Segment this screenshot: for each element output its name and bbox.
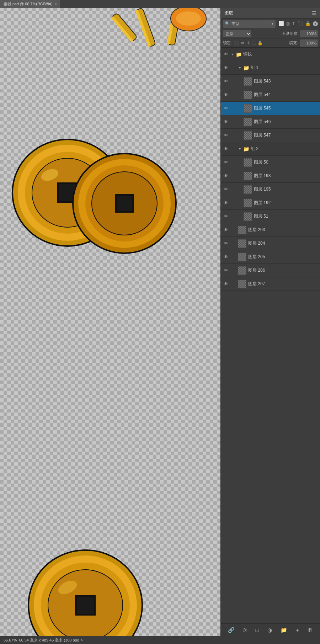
zoom-level: 66.67% bbox=[4, 638, 17, 642]
visibility-icon-root[interactable]: 👁 bbox=[223, 52, 229, 57]
filter-smart-icon[interactable]: 🔒 bbox=[305, 21, 311, 26]
layer-name-root: 铜钱 bbox=[243, 51, 318, 57]
layer-name-50: 图层 50 bbox=[254, 159, 318, 165]
new-group-button[interactable]: 📁 bbox=[279, 626, 289, 635]
layer-thumb-192 bbox=[244, 199, 252, 207]
panel-header: 图层 ☰ bbox=[221, 8, 320, 18]
layer-207[interactable]: 👁 图层 207 bbox=[221, 277, 320, 291]
visibility-icon-207[interactable]: 👁 bbox=[223, 281, 229, 287]
filter-toggle[interactable]: ● bbox=[313, 21, 318, 26]
visibility-icon-543[interactable]: 👁 bbox=[223, 79, 229, 84]
layer-545[interactable]: 👁 图层 545 bbox=[221, 102, 320, 115]
layer-thumb-193 bbox=[244, 172, 252, 180]
blend-mode-select[interactable]: 正常 溶解 正片叠底 bbox=[223, 30, 251, 37]
visibility-icon-544[interactable]: 👁 bbox=[223, 92, 229, 97]
add-mask-button[interactable]: □ bbox=[254, 626, 260, 634]
layer-546[interactable]: 👁 图层 546 bbox=[221, 115, 320, 129]
layer-206[interactable]: 👁 图层 206 bbox=[221, 264, 320, 277]
layer-name-547: 图层 547 bbox=[254, 132, 318, 138]
layer-204[interactable]: 👁 图层 204 bbox=[221, 237, 320, 250]
layer-thumb-547 bbox=[244, 131, 252, 140]
layer-name-203: 图层 203 bbox=[248, 227, 318, 233]
tab-bar: 铜钱.psd @ 66.7%(RGB/8#) × bbox=[0, 0, 320, 8]
search-icon: 🔍 bbox=[225, 21, 230, 26]
lock-bar: 锁定: ⬛ ✏ ✛ ⬚ 🔒 填充: bbox=[221, 38, 320, 48]
expand-arrow-group1[interactable]: ▾ bbox=[238, 66, 241, 70]
visibility-icon-group2[interactable]: 👁 bbox=[223, 146, 229, 151]
filter-type-label: 类型 bbox=[231, 21, 270, 26]
active-tab[interactable]: 铜钱.psd @ 66.7%(RGB/8#) × bbox=[0, 0, 61, 8]
fx-button[interactable]: fx bbox=[242, 626, 248, 634]
layer-name-546: 图层 546 bbox=[254, 119, 318, 125]
visibility-icon-195[interactable]: 👁 bbox=[223, 187, 229, 192]
visibility-icon-547[interactable]: 👁 bbox=[223, 133, 229, 138]
filter-text-icon[interactable]: T bbox=[292, 21, 295, 26]
lock-artboard-icon[interactable]: ⬚ bbox=[252, 41, 256, 46]
lock-move-icon[interactable]: ✛ bbox=[246, 41, 250, 46]
visibility-icon-51[interactable]: 👁 bbox=[223, 214, 229, 219]
expand-arrow-root[interactable]: ▾ bbox=[230, 52, 234, 56]
layer-thumb-204 bbox=[238, 239, 246, 248]
link-layers-button[interactable]: 🔗 bbox=[226, 626, 236, 635]
layer-547[interactable]: 👁 图层 547 bbox=[221, 129, 320, 142]
adjustment-layer-button[interactable]: ◑ bbox=[266, 626, 273, 635]
tab-close-button[interactable]: × bbox=[55, 2, 57, 6]
fill-input[interactable] bbox=[300, 39, 318, 47]
layer-name-51: 图层 51 bbox=[254, 213, 318, 219]
layer-543[interactable]: 👁 图层 543 bbox=[221, 75, 320, 88]
visibility-icon-204[interactable]: 👁 bbox=[223, 241, 229, 246]
filter-adjustment-icon[interactable]: ◎ bbox=[286, 21, 290, 26]
new-layer-button[interactable]: + bbox=[294, 626, 300, 634]
folder-icon-root: 📁 bbox=[236, 52, 241, 57]
lock-transparency-icon[interactable]: ⬛ bbox=[234, 41, 239, 46]
tab-title: 铜钱.psd @ 66.7%(RGB/8#) bbox=[4, 1, 53, 7]
layers-list[interactable]: 👁 ▾ 📁 铜钱 👁 ▾ 📁 组 1 👁 图层 543 👁 图层 544 bbox=[221, 48, 320, 623]
visibility-icon-203[interactable]: 👁 bbox=[223, 227, 229, 233]
lock-paint-icon[interactable]: ✏ bbox=[241, 41, 245, 46]
lock-all-icon[interactable]: 🔒 bbox=[257, 41, 263, 46]
layer-thumb-543 bbox=[244, 77, 252, 86]
layer-group1[interactable]: 👁 ▾ 📁 组 1 bbox=[221, 61, 320, 75]
layer-name-545: 图层 545 bbox=[254, 105, 318, 111]
svg-rect-0 bbox=[111, 13, 137, 42]
blend-bar: 正常 溶解 正片叠底 不透明度: bbox=[221, 29, 320, 38]
layer-192[interactable]: 👁 图层 192 bbox=[221, 196, 320, 210]
layer-51[interactable]: 👁 图层 51 bbox=[221, 210, 320, 223]
layer-193[interactable]: 👁 图层 193 bbox=[221, 169, 320, 183]
visibility-icon-545[interactable]: 👁 bbox=[223, 106, 229, 111]
delete-layer-button[interactable]: 🗑 bbox=[306, 626, 314, 634]
visibility-icon-193[interactable]: 👁 bbox=[223, 173, 229, 179]
layer-root-group[interactable]: 👁 ▾ 📁 铜钱 bbox=[221, 48, 320, 61]
layers-panel: 图层 ☰ 🔍 类型 ▾ ⬜ ◎ T ⬛ 🔒 ● 正常 溶解 正片叠底 不透明度:… bbox=[220, 8, 320, 636]
visibility-icon-206[interactable]: 👁 bbox=[223, 268, 229, 273]
visibility-icon-546[interactable]: 👁 bbox=[223, 119, 229, 124]
visibility-icon-group1[interactable]: 👁 bbox=[223, 65, 229, 70]
status-bar: 66.67% 66.54 毫米 x 489.46 毫米 (300 ppi) > bbox=[0, 636, 320, 644]
layer-205[interactable]: 👁 图层 205 bbox=[221, 250, 320, 264]
layer-thumb-207 bbox=[238, 280, 246, 288]
status-arrow: > bbox=[81, 638, 83, 642]
layer-name-543: 图层 543 bbox=[254, 78, 318, 84]
panel-title: 图层 bbox=[224, 10, 233, 16]
filter-pixel-icon[interactable]: ⬜ bbox=[278, 21, 284, 26]
expand-arrow-group2[interactable]: ▾ bbox=[238, 147, 241, 151]
layer-name-group1: 组 1 bbox=[251, 65, 318, 71]
layer-203[interactable]: 👁 图层 203 bbox=[221, 223, 320, 237]
opacity-label: 不透明度: bbox=[282, 31, 299, 36]
filter-icons: ⬜ ◎ T ⬛ 🔒 ● bbox=[278, 21, 318, 26]
layer-name-205: 图层 205 bbox=[248, 254, 318, 260]
opacity-input[interactable] bbox=[300, 30, 318, 37]
layer-group2[interactable]: 👁 ▾ 📁 组 2 bbox=[221, 142, 320, 156]
search-input-wrap[interactable]: 🔍 类型 ▾ bbox=[223, 20, 276, 28]
visibility-icon-192[interactable]: 👁 bbox=[223, 200, 229, 206]
layer-50[interactable]: 👁 图层 50 bbox=[221, 156, 320, 169]
layer-name-192: 图层 192 bbox=[254, 200, 318, 206]
filter-shape-icon[interactable]: ⬛ bbox=[297, 21, 303, 26]
panel-menu-button[interactable]: ☰ bbox=[312, 10, 316, 16]
layer-thumb-51 bbox=[244, 212, 252, 221]
visibility-icon-205[interactable]: 👁 bbox=[223, 254, 229, 260]
layer-544[interactable]: 👁 图层 544 bbox=[221, 88, 320, 102]
visibility-icon-50[interactable]: 👁 bbox=[223, 160, 229, 165]
layer-195[interactable]: 👁 图层 195 bbox=[221, 183, 320, 196]
layer-name-193: 图层 193 bbox=[254, 173, 318, 179]
